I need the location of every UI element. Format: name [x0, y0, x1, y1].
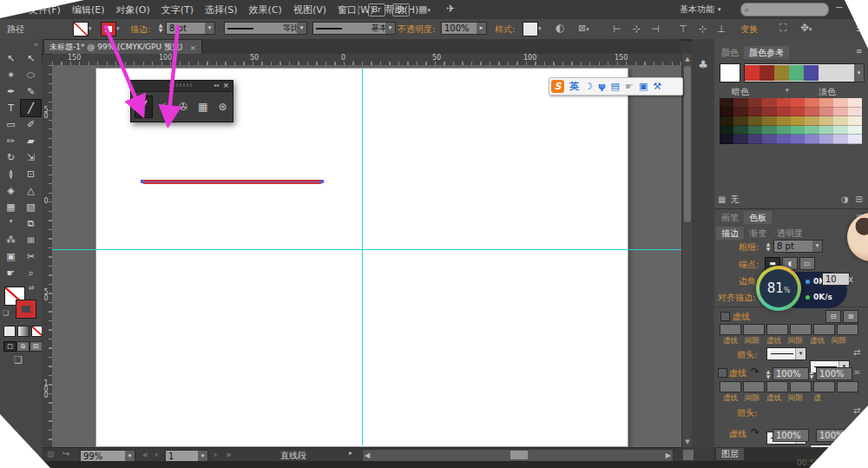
- tab-颜色[interactable]: 颜色: [716, 46, 744, 59]
- dash-value-field[interactable]: [720, 381, 741, 392]
- stroke-proxy[interactable]: [16, 300, 36, 319]
- align-top-icon[interactable]: ⊤: [674, 23, 693, 35]
- zoom-tool-icon[interactable]: ⌕: [21, 265, 41, 281]
- toolbar-collapse-icon[interactable]: «: [0, 39, 42, 50]
- rectangle-tool-icon[interactable]: ▭: [1, 116, 21, 133]
- variation-swatch[interactable]: [805, 135, 819, 144]
- variation-swatch[interactable]: [777, 116, 791, 126]
- swap-arrowheads-icon[interactable]: ⇄: [853, 348, 860, 357]
- variation-swatch[interactable]: [748, 108, 762, 117]
- variation-swatch[interactable]: [833, 116, 847, 126]
- opacity-field[interactable]: 100%: [441, 22, 479, 35]
- free-transform-tool-icon[interactable]: ⊡: [21, 166, 41, 182]
- default-fill-stroke-icon[interactable]: ❏: [3, 310, 9, 317]
- harmony-color-swatch[interactable]: [804, 65, 819, 81]
- variation-swatch[interactable]: [819, 108, 833, 117]
- scale1-stepper[interactable]: ▲▼: [765, 369, 772, 379]
- stroke-weight-stepper[interactable]: ▲▼: [157, 23, 164, 33]
- lasso-tool-icon[interactable]: ⬭: [21, 67, 41, 83]
- scroll-right-icon[interactable]: ▶: [666, 452, 671, 459]
- menu-item[interactable]: 效果(C): [249, 3, 282, 16]
- stroke-weight-field[interactable]: 8 pt: [166, 22, 207, 35]
- scale2-stepper[interactable]: ▲▼: [808, 369, 815, 379]
- align-bottom-icon[interactable]: ⊥: [712, 23, 731, 35]
- stroke-weight-dropdown[interactable]: ▾: [205, 22, 215, 35]
- arrange-documents-icon[interactable]: ▦▾: [418, 4, 431, 14]
- line-tools-floating-panel[interactable]: ◂◂ × ╱◜✇▦⊛: [130, 80, 233, 122]
- variation-swatch[interactable]: [762, 126, 776, 135]
- mic-icon[interactable]: ψ: [598, 81, 606, 92]
- profile-dropdown-arrow[interactable]: ▾: [297, 22, 307, 35]
- variation-swatch[interactable]: [791, 108, 805, 117]
- variation-swatch[interactable]: [805, 108, 819, 117]
- align-vcenter-icon[interactable]: ⊹: [693, 23, 712, 35]
- dashed-checkbox[interactable]: [720, 312, 730, 321]
- variation-swatch[interactable]: [777, 108, 791, 117]
- line-segment-tool-icon[interactable]: ╱: [21, 100, 41, 116]
- variation-swatch[interactable]: [848, 126, 862, 135]
- fill-dropdown-icon[interactable]: ▾: [89, 26, 92, 32]
- align-hcenter-icon[interactable]: ⊹: [627, 23, 646, 35]
- menu-item[interactable]: 文字(T): [161, 3, 194, 16]
- move-icon[interactable]: ✥▾: [800, 23, 812, 33]
- draw-behind-button[interactable]: ⧉: [16, 341, 30, 352]
- guide-horizontal[interactable]: [52, 249, 681, 250]
- moon-icon[interactable]: ☽: [584, 81, 593, 92]
- variation-swatch[interactable]: [848, 116, 862, 126]
- variation-swatch[interactable]: [720, 108, 733, 117]
- variation-chevron-icon[interactable]: ▾: [786, 88, 789, 94]
- prev-artboard-icon[interactable]: ‹: [155, 450, 158, 459]
- scale-field-1[interactable]: 100%: [773, 429, 809, 442]
- line-segment-shape[interactable]: [142, 180, 322, 184]
- variation-swatch[interactable]: [720, 135, 733, 144]
- variation-swatch[interactable]: [733, 108, 747, 117]
- dash-value-field[interactable]: [837, 381, 858, 392]
- cap-projecting-icon[interactable]: ▭: [799, 257, 815, 270]
- dash-value-field[interactable]: [743, 381, 765, 392]
- paintbrush-tool-icon[interactable]: ✐: [21, 116, 41, 133]
- style-swatch[interactable]: [523, 22, 538, 36]
- rotate-tool-icon[interactable]: ↻: [1, 149, 21, 166]
- artboard-tool-icon[interactable]: ▣: [1, 248, 21, 265]
- variation-swatch[interactable]: [833, 98, 847, 108]
- width-tool-icon[interactable]: ≬: [1, 166, 21, 182]
- tab-透明度[interactable]: 透明度: [772, 227, 808, 240]
- variation-swatch[interactable]: [748, 98, 762, 108]
- tab-画笔[interactable]: 画笔: [716, 211, 744, 224]
- variation-swatch[interactable]: [762, 116, 776, 126]
- anchor-point[interactable]: [320, 180, 324, 183]
- color-mode-button[interactable]: [3, 326, 16, 337]
- brush-dropdown[interactable]: 基本: [312, 22, 391, 35]
- tab-色板[interactable]: 色板: [744, 211, 772, 224]
- horizontal-scrollbar[interactable]: ◀ ▶: [362, 449, 674, 462]
- variation-swatch[interactable]: [833, 135, 847, 144]
- pencil-tool-icon[interactable]: ✏: [1, 133, 21, 149]
- selection-tool-icon[interactable]: ↖: [1, 50, 21, 67]
- variation-swatch[interactable]: [819, 116, 833, 126]
- gradient-tool-icon[interactable]: ▧: [21, 199, 41, 215]
- column-graph-tool-icon[interactable]: ≣: [23, 230, 39, 250]
- dash-value-field[interactable]: [743, 324, 765, 335]
- dash-preserve-icon[interactable]: ⊟: [825, 310, 841, 323]
- variation-swatch[interactable]: [805, 116, 819, 126]
- clover-icon[interactable]: ♣: [692, 58, 714, 71]
- horizontal-ruler[interactable]: 15010050050100150: [52, 54, 681, 66]
- stock-button[interactable]: St: [392, 3, 410, 16]
- scale-field-1[interactable]: 100%: [773, 367, 809, 380]
- anchor-point[interactable]: [141, 180, 144, 183]
- width-profile-dropdown[interactable]: 等比: [224, 22, 302, 35]
- harmony-color-swatch[interactable]: [745, 65, 760, 81]
- symbol-sprayer-tool-icon[interactable]: ⁂: [1, 232, 21, 248]
- spiral-tool-icon[interactable]: ✇: [175, 96, 192, 117]
- polar-grid-tool-icon[interactable]: ⊛: [214, 96, 231, 117]
- scale-field-2[interactable]: 100%: [816, 367, 852, 380]
- variation-swatch[interactable]: [720, 98, 733, 108]
- draw-inside-button[interactable]: 回: [30, 341, 43, 352]
- arc-tool-icon[interactable]: ◜: [155, 96, 172, 117]
- dash-value-field[interactable]: [813, 324, 835, 335]
- variation-swatch[interactable]: [833, 126, 847, 135]
- variation-swatch[interactable]: [777, 135, 791, 144]
- guide-vertical[interactable]: [362, 68, 363, 445]
- lang-mode-label[interactable]: 英: [569, 80, 579, 93]
- dash-value-field[interactable]: [790, 324, 812, 335]
